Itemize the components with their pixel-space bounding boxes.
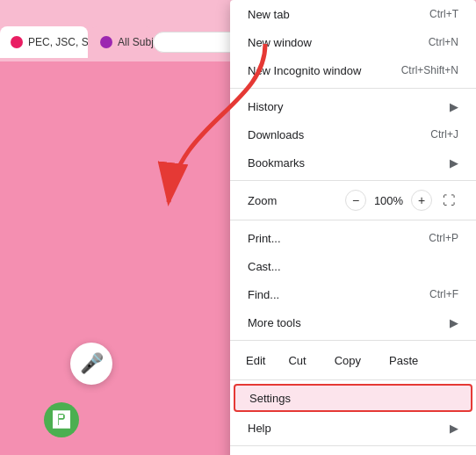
badge[interactable]: 🅿 xyxy=(44,402,79,437)
settings-item[interactable]: Settings xyxy=(234,384,472,412)
find-label: Find... xyxy=(248,288,279,301)
help-item[interactable]: Help ▶ xyxy=(230,414,476,442)
new-window-shortcut: Ctrl+N xyxy=(429,36,458,48)
zoom-label: Zoom xyxy=(248,194,300,207)
fullscreen-button[interactable]: ⛶ xyxy=(439,191,458,210)
edit-row: Edit Cut Copy Paste xyxy=(230,344,476,376)
divider-5 xyxy=(230,379,476,380)
zoom-row: Zoom − 100% + ⛶ xyxy=(230,184,476,216)
new-tab-item[interactable]: New tab Ctrl+T xyxy=(230,0,476,28)
help-arrow: ▶ xyxy=(450,422,458,435)
more-tools-arrow: ▶ xyxy=(450,316,458,329)
context-menu: New tab Ctrl+T New window Ctrl+N New Inc… xyxy=(230,0,476,455)
edit-label: Edit xyxy=(239,350,272,371)
tab2-label: All Subject Ju xyxy=(118,36,153,48)
tab1-favicon xyxy=(11,36,23,48)
find-shortcut: Ctrl+F xyxy=(429,288,458,300)
bookmarks-arrow: ▶ xyxy=(450,156,458,170)
bookmarks-label: Bookmarks xyxy=(248,156,305,170)
divider-3 xyxy=(230,220,476,220)
downloads-label: Downloads xyxy=(248,128,304,141)
copy-button[interactable]: Copy xyxy=(322,350,373,371)
history-arrow: ▶ xyxy=(450,100,458,113)
tab-2[interactable]: All Subject Ju xyxy=(90,26,153,58)
find-item[interactable]: Find... Ctrl+F xyxy=(230,280,476,308)
zoom-controls: − 100% + ⛶ xyxy=(345,190,458,211)
tab2-favicon xyxy=(100,36,112,48)
mic-icon: 🎤 xyxy=(80,352,104,375)
cast-label: Cast... xyxy=(248,260,281,273)
paste-button[interactable]: Paste xyxy=(377,350,430,371)
help-label: Help xyxy=(248,422,271,435)
divider-1 xyxy=(230,88,476,89)
new-incognito-item[interactable]: New Incognito window Ctrl+Shift+N xyxy=(230,56,476,84)
zoom-value: 100% xyxy=(373,194,404,207)
exit-item[interactable]: Exit xyxy=(230,450,476,455)
divider-6 xyxy=(230,445,476,446)
new-tab-shortcut: Ctrl+T xyxy=(429,8,458,20)
mic-button[interactable]: 🎤 xyxy=(70,343,112,385)
divider-4 xyxy=(230,340,476,341)
more-tools-label: More tools xyxy=(248,316,301,329)
print-label: Print... xyxy=(248,232,281,245)
new-incognito-label: New Incognito window xyxy=(248,64,361,77)
new-tab-label: New tab xyxy=(248,8,290,21)
zoom-out-button[interactable]: − xyxy=(345,190,366,211)
tab-1[interactable]: PEC, JSC, SSC, HSC... xyxy=(0,26,88,58)
cut-button[interactable]: Cut xyxy=(276,350,318,371)
downloads-shortcut: Ctrl+J xyxy=(430,128,458,141)
divider-2 xyxy=(230,180,476,181)
cast-item[interactable]: Cast... xyxy=(230,252,476,280)
bookmarks-item[interactable]: Bookmarks ▶ xyxy=(230,148,476,177)
badge-icon: 🅿 xyxy=(53,410,70,430)
settings-label: Settings xyxy=(249,392,291,405)
zoom-in-button[interactable]: + xyxy=(411,190,432,211)
new-incognito-shortcut: Ctrl+Shift+N xyxy=(401,64,458,76)
tab1-label: PEC, JSC, SSC, HSC... xyxy=(28,36,88,48)
downloads-item[interactable]: Downloads Ctrl+J xyxy=(230,120,476,148)
new-window-item[interactable]: New window Ctrl+N xyxy=(230,28,476,56)
history-label: History xyxy=(248,100,283,113)
more-tools-item[interactable]: More tools ▶ xyxy=(230,308,476,336)
print-item[interactable]: Print... Ctrl+P xyxy=(230,224,476,252)
new-window-label: New window xyxy=(248,36,312,49)
history-item[interactable]: History ▶ xyxy=(230,92,476,120)
print-shortcut: Ctrl+P xyxy=(429,232,458,244)
